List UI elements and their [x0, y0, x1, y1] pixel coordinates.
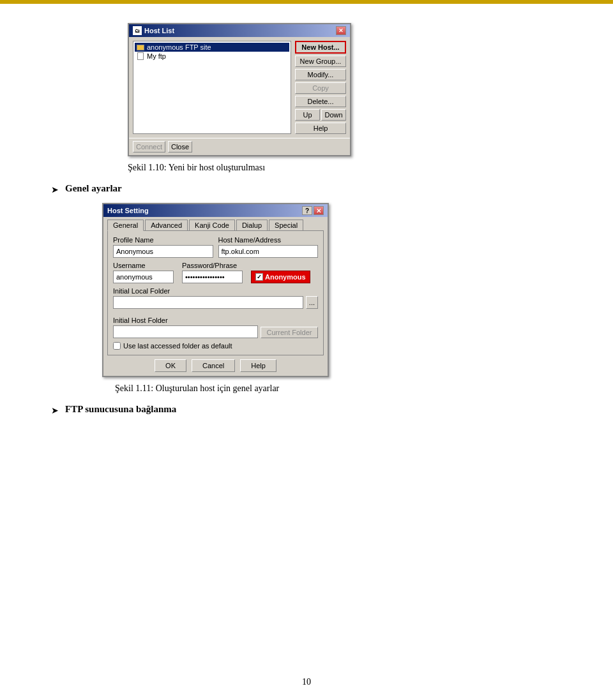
- section2-label: FTP sunucusuna bağlanma: [65, 404, 176, 415]
- use-last-label: Use last accessed folder as default: [123, 342, 232, 350]
- host-setting-title: Host Setting: [107, 207, 149, 214]
- new-host-button[interactable]: New Host...: [295, 41, 346, 54]
- password-group: Password/Phrase: [182, 262, 246, 283]
- help-button-hostlist[interactable]: Help: [295, 123, 346, 134]
- new-group-button[interactable]: New Group...: [295, 56, 346, 67]
- host-list-close-btn[interactable]: ✕: [336, 26, 346, 35]
- tab-general[interactable]: General: [107, 220, 144, 231]
- local-folder-label: Initial Local Folder: [113, 287, 318, 295]
- down-button[interactable]: Down: [321, 109, 346, 121]
- host-setting-titlebar: Host Setting ? ✕: [103, 204, 328, 217]
- username-group: Username: [113, 262, 177, 283]
- local-folder-group: Initial Local Folder ...: [113, 287, 318, 313]
- caption1: Şekil 1.10: Yeni bir host oluşturulması: [128, 163, 562, 173]
- tab-dialup[interactable]: Dialup: [236, 220, 268, 230]
- host-list-body: anonymous FTP site My ftp New Host... Ne…: [129, 37, 350, 138]
- host-setting-close-btn[interactable]: ✕: [314, 206, 324, 215]
- top-border: [0, 0, 613, 4]
- host-folder-group: Initial Host Folder Current Folder: [113, 316, 318, 338]
- username-input[interactable]: [113, 271, 174, 283]
- local-folder-input[interactable]: [113, 296, 303, 309]
- footer-left-buttons: Connect Close: [133, 141, 192, 153]
- host-item-myftp[interactable]: My ftp: [135, 52, 289, 61]
- host-list-buttons: New Host... New Group... Modify... Copy …: [295, 41, 346, 134]
- password-input[interactable]: [182, 271, 243, 283]
- profile-name-group: Profile Name: [113, 236, 213, 258]
- current-folder-btn[interactable]: Current Folder: [261, 327, 318, 338]
- host-list-title: Host List: [144, 27, 174, 34]
- local-folder-row: ...: [113, 296, 318, 309]
- host-name-input[interactable]: [218, 245, 319, 258]
- anonymous-label: Anonymous: [265, 273, 306, 281]
- username-label: Username: [113, 262, 177, 269]
- profile-name-label: Profile Name: [113, 236, 213, 244]
- tab-kanji-code[interactable]: Kanji Code: [189, 220, 235, 230]
- page-number: 10: [302, 677, 311, 687]
- up-button[interactable]: Up: [295, 109, 320, 121]
- use-last-checkbox[interactable]: [113, 342, 121, 350]
- section1-row: ➤ Genel ayarlar: [51, 183, 562, 195]
- use-last-row: Use last accessed folder as default: [113, 342, 318, 350]
- file-icon: [136, 52, 145, 60]
- profile-name-input[interactable]: [113, 245, 213, 258]
- tabs-row: General Advanced Kanji Code Dialup Speci…: [103, 217, 328, 230]
- modify-button[interactable]: Modify...: [295, 69, 346, 80]
- up-down-row: Up Down: [295, 109, 346, 121]
- host-list-dialog: 🗂 Host List ✕ anonymous FTP site: [128, 23, 351, 156]
- local-folder-browse-btn[interactable]: ...: [306, 296, 318, 309]
- help-title-btn[interactable]: ?: [302, 206, 312, 215]
- close-button[interactable]: Close: [168, 141, 192, 153]
- password-label: Password/Phrase: [182, 262, 246, 269]
- host-folder-input[interactable]: [113, 325, 258, 338]
- ok-button[interactable]: OK: [155, 359, 186, 372]
- host-name-group: Host Name/Address: [218, 236, 319, 258]
- host-item-anonymous[interactable]: anonymous FTP site: [135, 43, 289, 52]
- anonymous-group: ✓ Anonymous: [251, 262, 310, 283]
- row-profile-host: Profile Name Host Name/Address: [113, 236, 318, 258]
- help-button-hostsetting[interactable]: Help: [240, 359, 276, 372]
- caption2: Şekil 1.11: Oluşturulan host için genel …: [115, 384, 562, 394]
- host-setting-footer: OK Cancel Help: [103, 355, 328, 376]
- section1-label: Genel ayarlar: [65, 183, 122, 194]
- host-name-label: Host Name/Address: [218, 236, 319, 244]
- delete-button[interactable]: Delete...: [295, 96, 346, 107]
- host-list-footer: Connect Close: [129, 138, 350, 155]
- arrow2: ➤: [51, 405, 59, 416]
- tab-advanced[interactable]: Advanced: [145, 220, 188, 230]
- host-folder-row: Current Folder: [113, 325, 318, 338]
- host-setting-dialog: Host Setting ? ✕ General Advanced Kanji …: [102, 203, 329, 377]
- section2-row: ➤ FTP sunucusuna bağlanma: [51, 404, 562, 416]
- anonymous-checkbox-area[interactable]: ✓ Anonymous: [251, 271, 310, 283]
- host-list-titlebar: 🗂 Host List ✕: [129, 24, 350, 37]
- host-list-title-icon: 🗂: [133, 26, 142, 35]
- host-folder-label: Initial Host Folder: [113, 316, 318, 324]
- tab-content: Profile Name Host Name/Address Username: [107, 230, 324, 355]
- connect-button[interactable]: Connect: [133, 141, 165, 153]
- tab-special[interactable]: Special: [269, 220, 303, 230]
- host-list-panel[interactable]: anonymous FTP site My ftp: [133, 41, 291, 134]
- title-buttons: ? ✕: [302, 206, 324, 215]
- arrow1: ➤: [51, 184, 59, 195]
- folder-icon: [136, 43, 145, 51]
- anonymous-checkbox[interactable]: ✓: [255, 273, 263, 281]
- row-user-pass: Username Password/Phrase ✓ Anonymous: [113, 262, 318, 283]
- copy-button[interactable]: Copy: [295, 82, 346, 94]
- cancel-button[interactable]: Cancel: [192, 359, 235, 372]
